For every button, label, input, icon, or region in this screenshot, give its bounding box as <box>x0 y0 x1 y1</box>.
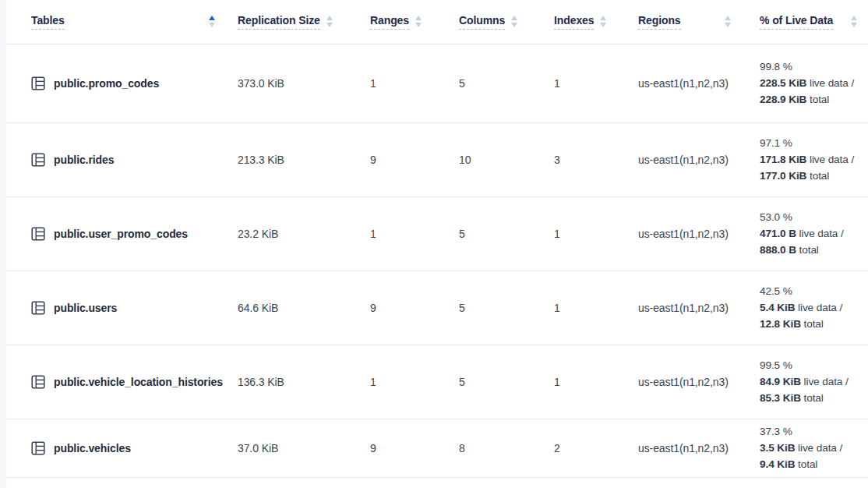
indexes-cell: 3 <box>527 122 617 196</box>
sort-desc-icon <box>511 23 517 27</box>
table-name-cell: public.rides <box>6 122 226 196</box>
table-row: public.user_promo_codes 23.2 KiB 1 5 1 u… <box>6 196 868 271</box>
replication-size-cell: 373.0 KiB <box>226 44 343 122</box>
column-header-label: Tables <box>31 14 65 30</box>
sort-asc-icon <box>725 16 731 20</box>
regions-cell: us-east1(n1,n2,n3) <box>617 44 742 122</box>
live-data-cell: 53.0 % 471.0 B live data / 888.0 B total <box>742 196 868 271</box>
regions-cell: us-east1(n1,n2,n3) <box>617 271 742 345</box>
live-data-total: 12.8 KiB total <box>760 316 868 332</box>
live-data-amount: 471.0 B live data / <box>760 225 868 242</box>
sort-arrows-icon <box>326 16 333 27</box>
columns-cell: 10 <box>432 122 527 196</box>
columns-cell: 5 <box>432 44 527 122</box>
table-row: public.promo_codes 373.0 KiB 1 5 1 us-ea… <box>6 44 868 122</box>
live-data-percent: 97.1 % <box>760 135 868 151</box>
column-header[interactable]: Ranges <box>343 0 432 44</box>
live-data-amount: 84.9 KiB live data / <box>760 373 868 390</box>
table-name-link[interactable]: public.users <box>54 302 117 314</box>
table-icon <box>31 375 45 389</box>
live-data-percent: 99.8 % <box>760 58 868 75</box>
live-data-cell: 99.5 % 84.9 KiB live data / 85.3 KiB tot… <box>742 345 868 419</box>
table-icon <box>31 227 45 241</box>
column-header[interactable]: % of Live Data <box>742 0 868 44</box>
replication-size-cell: 213.3 KiB <box>226 122 343 196</box>
live-data-total: 228.9 KiB total <box>760 91 868 108</box>
live-data-amount: 5.4 KiB live data / <box>760 299 868 316</box>
live-data-percent: 53.0 % <box>760 209 868 225</box>
column-header-label: Columns <box>459 14 505 30</box>
sort-asc-icon <box>326 16 333 20</box>
sort-desc-icon <box>415 23 422 27</box>
ranges-cell: 1 <box>343 44 432 122</box>
table-icon <box>31 301 45 315</box>
column-header-label: Replication Size <box>238 14 320 30</box>
live-data-percent: 42.5 % <box>760 283 868 299</box>
column-header[interactable]: Tables <box>6 0 226 44</box>
live-data-amount: 3.5 KiB live data / <box>760 440 868 456</box>
column-header-label: % of Live Data <box>760 14 833 30</box>
columns-cell: 5 <box>432 345 527 419</box>
sort-asc-icon <box>600 16 606 20</box>
live-data-percent: 99.5 % <box>760 357 868 373</box>
table-name-link[interactable]: public.rides <box>54 154 114 166</box>
live-data-total: 9.4 KiB total <box>760 456 868 472</box>
sort-asc-icon <box>209 16 215 20</box>
live-data-amount: 171.8 KiB live data / <box>760 151 868 168</box>
sort-arrows-icon <box>209 16 215 27</box>
table-row: public.rides 213.3 KiB 9 10 3 us-east1(n… <box>6 122 868 196</box>
sort-desc-icon <box>725 23 731 27</box>
table-row: public.vehicle_location_histories 136.3 … <box>6 345 868 419</box>
sort-desc-icon <box>600 23 606 27</box>
live-data-percent: 37.3 % <box>760 423 868 440</box>
sort-arrows-icon <box>851 16 857 27</box>
column-header-label: Regions <box>638 14 681 30</box>
sort-desc-icon <box>851 23 857 27</box>
ranges-cell: 1 <box>343 196 432 271</box>
regions-cell: us-east1(n1,n2,n3) <box>617 122 742 196</box>
table-name-link[interactable]: public.user_promo_codes <box>54 228 188 240</box>
sort-arrows-icon <box>725 16 731 27</box>
sort-arrows-icon <box>600 16 606 27</box>
table-icon <box>31 76 45 90</box>
column-header[interactable]: Columns <box>432 0 527 44</box>
table-name-cell: public.user_promo_codes <box>6 196 226 271</box>
sort-asc-icon <box>851 16 857 20</box>
ranges-cell: 1 <box>343 345 432 419</box>
table-name-cell: public.promo_codes <box>6 44 226 122</box>
table-body: public.promo_codes 373.0 KiB 1 5 1 us-ea… <box>6 44 868 477</box>
live-data-cell: 97.1 % 171.8 KiB live data / 177.0 KiB t… <box>742 122 868 196</box>
sort-desc-icon <box>326 23 333 27</box>
table-icon <box>31 153 45 167</box>
indexes-cell: 1 <box>527 44 617 122</box>
sort-arrows-icon <box>511 16 517 27</box>
table-row: public.vehicles 37.0 KiB 9 8 2 us-east1(… <box>6 419 868 477</box>
indexes-cell: 2 <box>527 419 617 477</box>
regions-cell: us-east1(n1,n2,n3) <box>617 419 742 477</box>
table-name-cell: public.vehicles <box>6 419 226 477</box>
table-name-link[interactable]: public.promo_codes <box>54 77 159 90</box>
column-header-label: Ranges <box>370 14 409 30</box>
ranges-cell: 9 <box>343 419 432 477</box>
column-header[interactable]: Replication Size <box>226 0 343 44</box>
sort-arrows-icon <box>415 16 422 27</box>
replication-size-cell: 64.6 KiB <box>226 271 343 345</box>
replication-size-cell: 136.3 KiB <box>226 345 343 419</box>
live-data-total: 177.0 KiB total <box>760 168 868 184</box>
column-header[interactable]: Regions <box>617 0 742 44</box>
regions-cell: us-east1(n1,n2,n3) <box>617 345 742 419</box>
regions-cell: us-east1(n1,n2,n3) <box>617 196 742 271</box>
sort-desc-icon <box>209 23 215 27</box>
ranges-cell: 9 <box>343 271 432 345</box>
page-background-strip <box>0 0 6 488</box>
live-data-cell: 37.3 % 3.5 KiB live data / 9.4 KiB total <box>742 419 868 477</box>
table-name-link[interactable]: public.vehicle_location_histories <box>54 376 223 388</box>
column-header[interactable]: Indexes <box>527 0 617 44</box>
columns-cell: 5 <box>432 271 527 345</box>
columns-cell: 5 <box>432 196 527 271</box>
replication-size-cell: 23.2 KiB <box>226 196 343 271</box>
table-row: public.users 64.6 KiB 9 5 1 us-east1(n1,… <box>6 271 868 345</box>
table-name-cell: public.vehicle_location_histories <box>6 345 226 419</box>
table-name-link[interactable]: public.vehicles <box>54 442 131 454</box>
indexes-cell: 1 <box>527 345 617 419</box>
